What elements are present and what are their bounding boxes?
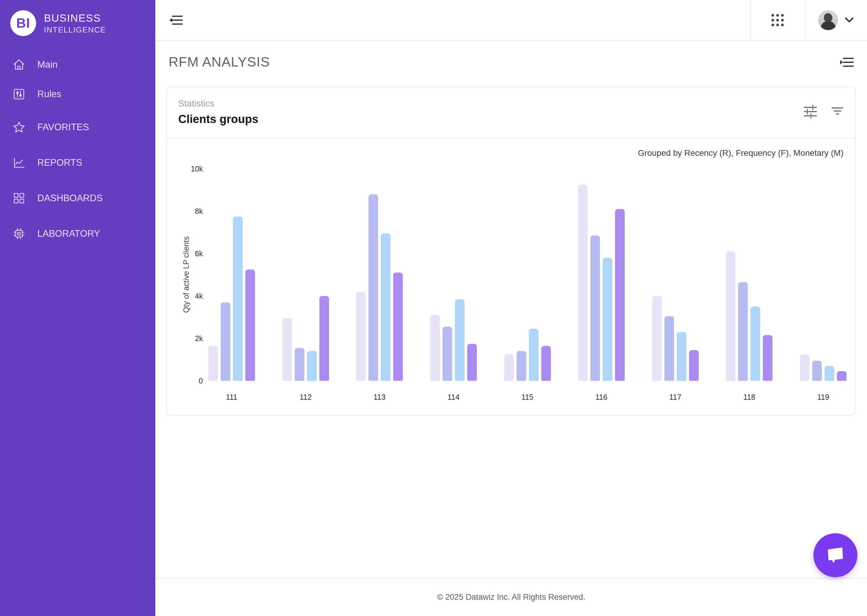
x-tick-label: 119 <box>800 393 847 402</box>
sidebar-item-laboratory[interactable]: LABORATORY <box>12 223 155 245</box>
chart-settings-button[interactable] <box>803 104 818 118</box>
sidebar-item-label: DASHBOARDS <box>37 193 102 204</box>
bar-sky-blue-111[interactable] <box>233 217 243 381</box>
app-window: BI BUSINESS INTELLIGENCE MainRulesFAVORI… <box>0 0 867 616</box>
x-tick-label: 118 <box>726 393 772 402</box>
sidebar-item-favorites[interactable]: FAVORITES <box>12 116 155 138</box>
x-tick-label: 115 <box>504 393 551 402</box>
bar-periwinkle-115[interactable] <box>517 351 526 381</box>
bar-sky-blue-112[interactable] <box>307 351 317 381</box>
bar-group-116: 116 <box>578 169 625 381</box>
bar-light-lavender-113[interactable] <box>356 292 366 381</box>
sidebar-item-label: LABORATORY <box>37 228 100 239</box>
bar-periwinkle-119[interactable] <box>812 361 822 381</box>
bar-chart: Grouped by Recency (R), Frequency (F), M… <box>167 139 855 415</box>
expand-panel-button[interactable] <box>839 55 854 70</box>
bar-purple-112[interactable] <box>319 296 329 381</box>
rules-icon <box>12 87 26 101</box>
bar-group-113: 113 <box>356 169 403 381</box>
bars <box>356 169 403 381</box>
bars <box>726 169 772 381</box>
bar-light-lavender-117[interactable] <box>652 296 662 381</box>
bar-sky-blue-116[interactable] <box>603 258 612 381</box>
indent-decrease-icon <box>169 13 183 28</box>
card-actions <box>803 104 845 118</box>
bar-periwinkle-116[interactable] <box>590 236 600 381</box>
y-axis-ticks: 02k4k6k8k10k <box>167 169 203 381</box>
x-tick-label: 111 <box>208 393 255 402</box>
y-tick-label: 10k <box>167 165 203 173</box>
bar-light-lavender-114[interactable] <box>430 315 440 381</box>
bars <box>800 169 847 381</box>
chat-widget-button[interactable] <box>813 533 858 577</box>
bar-purple-114[interactable] <box>467 344 477 381</box>
bar-light-lavender-112[interactable] <box>282 318 292 381</box>
sidebar-item-reports[interactable]: REPORTS <box>12 152 155 174</box>
tune-icon <box>803 104 818 118</box>
bar-light-lavender-118[interactable] <box>726 251 735 381</box>
bar-purple-119[interactable] <box>837 371 847 381</box>
bar-purple-111[interactable] <box>245 269 255 381</box>
star-icon <box>12 120 26 134</box>
x-tick-label: 112 <box>282 393 329 402</box>
bar-light-lavender-115[interactable] <box>504 354 514 381</box>
footer: © 2025 Datawiz Inc. All Rights Reserved. <box>155 578 867 616</box>
sidebar-item-label: FAVORITES <box>37 122 89 133</box>
user-profile-menu[interactable] <box>805 0 867 40</box>
page-title: RFM ANALYSIS <box>169 54 270 70</box>
bar-group-115: 115 <box>504 169 551 381</box>
bar-purple-116[interactable] <box>615 209 625 381</box>
y-tick-label: 4k <box>167 292 203 300</box>
bar-light-lavender-111[interactable] <box>208 346 218 381</box>
sidebar: BI BUSINESS INTELLIGENCE MainRulesFAVORI… <box>0 0 155 616</box>
bars <box>208 169 255 381</box>
bar-purple-117[interactable] <box>689 350 699 381</box>
bar-sky-blue-115[interactable] <box>529 329 539 381</box>
sidebar-item-label: Rules <box>37 89 61 99</box>
x-tick-label: 117 <box>652 393 699 402</box>
bar-periwinkle-118[interactable] <box>738 282 748 381</box>
statistics-card: Statistics Clients groups <box>166 86 856 416</box>
bar-sky-blue-113[interactable] <box>381 233 391 381</box>
dashboards-icon <box>12 191 26 205</box>
bars <box>578 169 625 381</box>
y-tick-label: 8k <box>167 207 203 215</box>
bar-periwinkle-112[interactable] <box>295 348 304 381</box>
sidebar-item-main[interactable]: Main <box>12 53 155 76</box>
laboratory-icon <box>12 227 26 240</box>
bar-light-lavender-116[interactable] <box>578 185 588 381</box>
y-tick-label: 2k <box>167 335 203 342</box>
bar-purple-118[interactable] <box>763 335 772 381</box>
sidebar-item-dashboards[interactable]: DASHBOARDS <box>12 187 155 209</box>
card-header: Statistics Clients groups <box>167 87 855 139</box>
page-title-row: RFM ANALYSIS <box>155 41 867 86</box>
bar-group-119: 119 <box>800 169 847 381</box>
bar-periwinkle-111[interactable] <box>221 302 230 381</box>
x-tick-label: 116 <box>578 393 625 402</box>
sidebar-menu: MainRulesFAVORITESREPORTSDASHBOARDSLABOR… <box>0 36 155 245</box>
x-tick-label: 113 <box>356 393 403 402</box>
filter-icon <box>830 104 845 118</box>
bar-light-lavender-119[interactable] <box>800 354 810 381</box>
apps-grid-button[interactable] <box>751 0 804 40</box>
card-title: Clients groups <box>178 113 258 126</box>
bar-sky-blue-117[interactable] <box>677 332 686 381</box>
home-icon <box>12 58 26 72</box>
y-tick-label: 6k <box>167 250 203 258</box>
bar-sky-blue-119[interactable] <box>824 366 834 381</box>
sidebar-item-rules[interactable]: Rules <box>12 83 155 105</box>
bar-periwinkle-117[interactable] <box>664 316 674 381</box>
bar-purple-113[interactable] <box>393 272 403 381</box>
bar-purple-115[interactable] <box>541 346 551 381</box>
top-header <box>155 0 867 41</box>
bar-sky-blue-114[interactable] <box>455 299 465 381</box>
plot-area: 111112113114115116117118119 <box>208 169 847 381</box>
collapse-sidebar-button[interactable] <box>169 13 183 28</box>
logo-bi-badge: BI <box>10 10 36 36</box>
brand-logo[interactable]: BI BUSINESS INTELLIGENCE <box>0 0 155 36</box>
chart-filter-button[interactable] <box>830 104 845 118</box>
bars <box>282 169 329 381</box>
bar-periwinkle-113[interactable] <box>369 194 378 381</box>
bar-periwinkle-114[interactable] <box>443 327 452 381</box>
bar-sky-blue-118[interactable] <box>750 306 760 381</box>
